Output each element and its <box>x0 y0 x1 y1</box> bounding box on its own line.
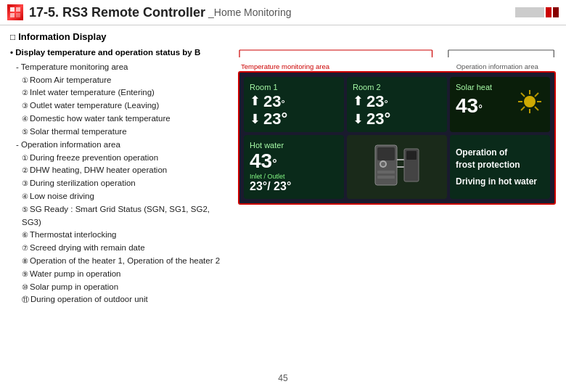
room2-temp1: 23° <box>366 93 390 110</box>
room1-down-icon: ⬇ <box>250 111 261 127</box>
room2-temps: 23° 23° <box>366 93 390 128</box>
page-subtitle: _Home Monitoring <box>208 7 291 18</box>
hw-temp: 43° <box>250 151 338 171</box>
temp-monitoring-label: Temperature monitoring area <box>241 62 441 70</box>
op-line3: Driving in hot water <box>456 176 544 188</box>
main-content: Information Display • Display temperatur… <box>0 25 566 312</box>
op-monitoring-bracket <box>443 46 556 61</box>
bullet-main: • Display temperature and operation stat… <box>10 46 228 60</box>
svg-line-20 <box>535 93 538 97</box>
svg-rect-3 <box>16 13 20 17</box>
solar-temp-row: 43° <box>456 93 544 118</box>
svg-rect-2 <box>10 13 15 17</box>
bullet-op-item-2: ②DHW heating, DHW heater operation <box>10 164 228 177</box>
bullet-list: • Display temperature and operation stat… <box>10 46 228 306</box>
unit-image <box>347 135 447 199</box>
svg-rect-31 <box>406 151 417 160</box>
op-line1: Operation of <box>456 147 544 159</box>
hw-label: Hot water <box>250 141 338 150</box>
room1-icons: ⬆ ⬇ <box>250 93 261 127</box>
svg-rect-26 <box>377 171 395 173</box>
temp-monitoring-bracket <box>238 46 443 61</box>
section-title: Information Display <box>10 31 556 42</box>
bracket-labels <box>238 46 556 61</box>
bullet-item-5: ⑤Solar thermal temperature <box>10 126 228 139</box>
main-row: • Display temperature and operation stat… <box>10 46 556 306</box>
room2-icons-row: ⬆ ⬇ 23° 23° <box>353 93 441 128</box>
solar-sun-icon <box>515 87 544 118</box>
header-decoration <box>515 6 559 19</box>
bullet-sub-op-label: - Operation information area <box>10 139 228 152</box>
svg-rect-6 <box>553 7 559 17</box>
room1-card: Room 1 ⬆ ⬇ 23° 23° <box>244 77 344 132</box>
bullet-op-item-7: ⑦Screed drying with remain date <box>10 242 228 255</box>
page-number: 45 <box>278 373 287 383</box>
room1-temps: 23° 23° <box>263 93 287 128</box>
page-title: 17-5. RS3 Remote Controller <box>29 5 205 20</box>
svg-line-21 <box>521 107 525 110</box>
bullet-op-item-4: ④Low noise driving <box>10 190 228 203</box>
bullet-op-item-9: ⑨Water pump in operation <box>10 268 228 281</box>
page-header: 17-5. RS3 Remote Controller _Home Monito… <box>0 0 566 25</box>
bullet-op-item-10: ⑩Solar pump in operation <box>10 281 228 294</box>
svg-rect-27 <box>377 176 395 179</box>
bracket-text-row: Temperature monitoring area Operation in… <box>238 62 556 70</box>
page-footer: 45 <box>0 369 566 388</box>
bullet-op-item-6: ⑥Thermostat interlocking <box>10 229 228 242</box>
svg-rect-5 <box>546 7 551 17</box>
hw-inlet-label: Inlet / Outlet <box>250 173 338 180</box>
bullet-sub-temp-label: - Temperature monitoring area <box>10 61 228 74</box>
room2-temp2: 23° <box>366 110 390 128</box>
room1-label: Room 1 <box>250 83 338 91</box>
room1-temp1: 23° <box>263 93 287 110</box>
svg-point-13 <box>524 96 536 107</box>
svg-rect-4 <box>515 7 544 17</box>
room1-up-icon: ⬆ <box>250 93 261 109</box>
solar-heat-card: Solar heat 43° <box>450 77 550 132</box>
bullet-item-1: ①Room Air temperature <box>10 74 228 87</box>
solar-temp: 43° <box>456 94 483 118</box>
header-icon <box>7 4 23 20</box>
bullet-item-4: ④Domestic how water tank temperature <box>10 113 228 126</box>
svg-point-25 <box>381 162 385 166</box>
bullet-op-item-8: ⑧Operation of the heater 1, Operation of… <box>10 255 228 268</box>
room2-up-icon: ⬆ <box>353 93 364 109</box>
bullet-op-item-3: ③During sterilization operation <box>10 177 228 190</box>
hw-inlet-temp: 23°/ 23° <box>250 180 338 193</box>
svg-line-18 <box>521 93 525 97</box>
svg-rect-1 <box>16 7 20 12</box>
room1-icons-row: ⬆ ⬇ 23° 23° <box>250 93 338 128</box>
room2-card: Room 2 ⬆ ⬇ 23° 23° <box>347 77 447 132</box>
room2-icons: ⬆ ⬇ <box>353 93 364 127</box>
hot-water-card: Hot water 43° Inlet / Outlet 23°/ 23° <box>244 135 344 199</box>
diagram-column: Temperature monitoring area Operation in… <box>238 46 556 205</box>
svg-line-19 <box>535 107 538 110</box>
bullet-op-item-1: ①During freeze prevention operation <box>10 152 228 165</box>
svg-rect-23 <box>377 147 395 160</box>
room2-down-icon: ⬇ <box>353 111 364 127</box>
display-box: Room 1 ⬆ ⬇ 23° 23° <box>238 71 556 205</box>
op-monitoring-label: Operation information area <box>441 62 553 70</box>
bullet-item-2: ②Inlet water temperature (Entering) <box>10 86 228 99</box>
bullet-op-item-11: ⑪During operation of outdoor unit <box>10 293 228 306</box>
room1-temp2: 23° <box>263 110 287 128</box>
bullet-op-item-5: ⑤SG Ready : Smart Grid Status (SGN, SG1,… <box>10 203 228 229</box>
op-line2: frost protection <box>456 159 544 171</box>
svg-rect-0 <box>10 7 15 12</box>
operation-card: Operation of frost protection Driving in… <box>450 135 550 199</box>
room2-label: Room 2 <box>353 83 441 91</box>
bullet-item-3: ③Outlet water temperature (Leaving) <box>10 99 228 113</box>
